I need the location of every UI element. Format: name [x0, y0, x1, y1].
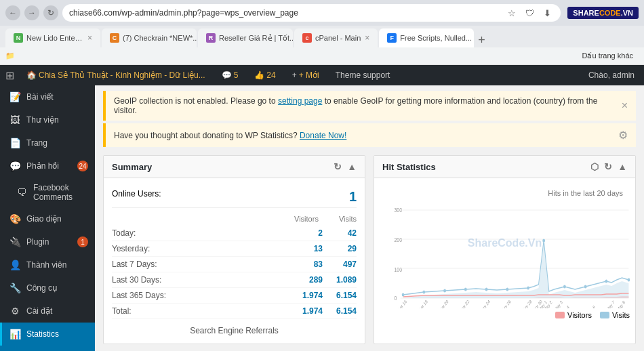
summary-refresh-icon[interactable]: ↻: [334, 161, 342, 172]
sidebar-item-bai-viet[interactable]: 📝 Bài viết: [0, 85, 95, 108]
legend-visits-color: [600, 312, 609, 318]
svg-text:Apr 20: Apr 20: [439, 298, 449, 308]
summary-row-total: Total: 1.974 6.154: [112, 304, 357, 319]
tab-checkrain[interactable]: C (7) Checkrain *NEW*... ×: [102, 28, 197, 47]
wp-topbar: ⊞ 🏠 Chia Sẻ Thủ Thuật - Kinh Nghiệm - Dữ…: [0, 65, 644, 85]
row-label-yesterday: Yesterday:: [112, 244, 289, 253]
hit-stats-collapse-icon[interactable]: ▲: [618, 161, 627, 172]
svg-point-14: [485, 288, 488, 291]
sidebar-item-thu-vien[interactable]: 🖼 Thư viện: [0, 108, 95, 131]
svg-point-19: [584, 285, 587, 289]
svg-marker-8: [403, 244, 629, 298]
sidebar-label-cai-dat: Cài đặt: [26, 306, 52, 316]
tab-close[interactable]: ×: [87, 33, 92, 43]
thu-vien-icon: 🖼: [9, 114, 21, 126]
col-visits: Visits: [339, 215, 357, 223]
sidebar-label-phan-hoi: Phản hồi: [26, 161, 59, 171]
sidebar-item-facebook-comments[interactable]: 🗨 FacebookComments: [0, 178, 95, 207]
reload-button[interactable]: ↻: [43, 5, 58, 20]
tab-favicon-2: C: [110, 33, 119, 43]
sidebar-item-giao-dien[interactable]: 🎨 Giao diện: [0, 207, 95, 230]
tab-active[interactable]: F Free Scripts, Nulled... ×: [379, 28, 474, 47]
wp-topbar-new[interactable]: + + Mới: [288, 70, 323, 80]
page-layout: 📝 Bài viết 🖼 Thư viện 📄 Trang 💬 Phản hồi…: [0, 85, 644, 351]
sidebar-item-thanh-vien[interactable]: 👤 Thành viên: [0, 253, 95, 276]
summary-row-today: Today: 2 42: [112, 226, 357, 241]
summary-table: Online Users: 1 Visitors Visits Today: 2…: [112, 186, 357, 319]
bookmark-dau-trang-khac[interactable]: Dấu trang khác: [577, 50, 639, 62]
svg-text:Apr 26: Apr 26: [501, 298, 512, 308]
svg-text:Apr 16: Apr 16: [397, 298, 408, 308]
summary-panel: Summary ↻ ▲ Online Users: 1 Visitors: [103, 155, 365, 344]
wp-topbar-comments[interactable]: 💬 5: [218, 70, 243, 80]
summary-row-7days: Last 7 Days: 83 497: [112, 257, 357, 272]
row-label-today: Today:: [112, 228, 289, 238]
svg-text:Apr 18: Apr 18: [418, 298, 428, 308]
sharecode-logo: SHARECODE.VN: [567, 7, 639, 19]
tab-close-4[interactable]: ×: [365, 33, 369, 43]
content-grid: Summary ↻ ▲ Online Users: 1 Visitors: [95, 147, 644, 351]
forward-button[interactable]: →: [24, 5, 39, 20]
sidebar-item-statistics[interactable]: 📊 Statistics: [0, 323, 95, 346]
geoip-setting-link[interactable]: setting page: [278, 96, 322, 106]
row-visits-365days: 6.154: [323, 291, 357, 300]
svg-point-15: [506, 288, 508, 291]
sidebar-item-cong-cu[interactable]: 🔧 Công cụ: [0, 276, 95, 300]
svg-text:Apr 28: Apr 28: [522, 298, 533, 308]
sidebar-label-facebook-comments: FacebookComments: [33, 183, 73, 202]
back-button[interactable]: ←: [5, 5, 20, 20]
alert-geoip-close[interactable]: ×: [622, 100, 628, 112]
row-visits-30days: 1.089: [323, 275, 357, 285]
summary-collapse-icon[interactable]: ▲: [347, 161, 357, 172]
shield-icon: 🛡: [523, 6, 536, 20]
hit-stats-external-icon[interactable]: ⬡: [590, 161, 599, 172]
star-icon[interactable]: ☆: [505, 6, 519, 20]
wp-topbar-greeting: Chào, admin: [584, 70, 639, 80]
tab-favicon-5: F: [387, 33, 397, 43]
tab-reseller[interactable]: R Reseller Giá Rẻ | Tốt... ×: [198, 28, 293, 47]
download-icon[interactable]: ⬇: [540, 6, 554, 20]
hit-stats-header: Hit Statistics ⬡ ↻ ▲: [374, 156, 635, 178]
svg-point-10: [402, 293, 405, 297]
wp-topbar-site[interactable]: 🏠 Chia Sẻ Thủ Thuật - Kinh Nghiệm - Dữ L…: [22, 70, 209, 80]
tab-cpanel[interactable]: c cPanel - Main ×: [294, 28, 378, 47]
chart-container: Hits in the last 20 days ShareCode.Vn 30…: [380, 182, 630, 319]
tab-favicon-4: c: [302, 33, 312, 43]
hit-stats-panel: Hit Statistics ⬡ ↻ ▲ Hits in the last 20…: [374, 155, 636, 344]
svg-text:May 7: May 7: [605, 299, 616, 308]
sidebar-item-phan-hoi[interactable]: 💬 Phản hồi 24: [0, 154, 95, 178]
tab-favicon: N: [14, 33, 23, 43]
tab-new-lido[interactable]: N New Lido Entertain... ×: [5, 28, 100, 47]
url-bar[interactable]: chiase66.com/wp-admin/admin.php?page=wps…: [62, 4, 561, 22]
row-label-7days: Last 7 Days:: [112, 260, 289, 269]
summary-title: Summary: [112, 162, 152, 172]
wp-topbar-likes[interactable]: 👍 24: [250, 70, 279, 80]
chart-watermark: ShareCode.Vn: [468, 237, 542, 249]
bookmarks-label: 📁: [5, 51, 15, 60]
phan-hoi-badge: 24: [77, 161, 88, 171]
hit-stats-title: Hit Statistics: [382, 162, 436, 172]
sidebar-item-trang[interactable]: 📄 Trang: [0, 131, 95, 154]
sidebar-sub-overview[interactable]: Overview: [0, 346, 95, 351]
alert-donate-close[interactable]: ⚙: [618, 129, 628, 142]
row-label-total: Total:: [112, 306, 289, 316]
sidebar-label-statistics: Statistics: [26, 329, 59, 339]
online-count: 1: [349, 189, 357, 205]
row-visitors-yesterday: 13: [289, 244, 323, 253]
sidebar-item-cai-dat[interactable]: ⚙ Cài đặt: [0, 300, 95, 323]
sidebar-label-cong-cu: Công cụ: [26, 283, 58, 293]
hit-stats-refresh-icon[interactable]: ↻: [604, 161, 612, 172]
donate-link[interactable]: Donate Now!: [300, 131, 346, 140]
summary-row-30days: Last 30 Days: 289 1.089: [112, 272, 357, 288]
wp-topbar-theme-support[interactable]: Theme support: [331, 70, 395, 80]
summary-panel-header: Summary ↻ ▲: [104, 156, 365, 178]
sidebar-label-bai-viet: Bài viết: [26, 92, 54, 102]
tabs-bar: N New Lido Entertain... × C (7) Checkrai…: [0, 26, 644, 47]
svg-point-21: [628, 278, 630, 282]
sidebar-item-plugin[interactable]: 🔌 Plugin 1: [0, 230, 95, 253]
new-tab-button[interactable]: +: [478, 33, 485, 47]
summary-row-yesterday: Yesterday: 13 29: [112, 241, 357, 257]
legend-visitors: Visitors: [555, 311, 592, 319]
tab-favicon-3: R: [206, 33, 216, 43]
facebook-comments-icon: 🗨: [16, 186, 28, 199]
